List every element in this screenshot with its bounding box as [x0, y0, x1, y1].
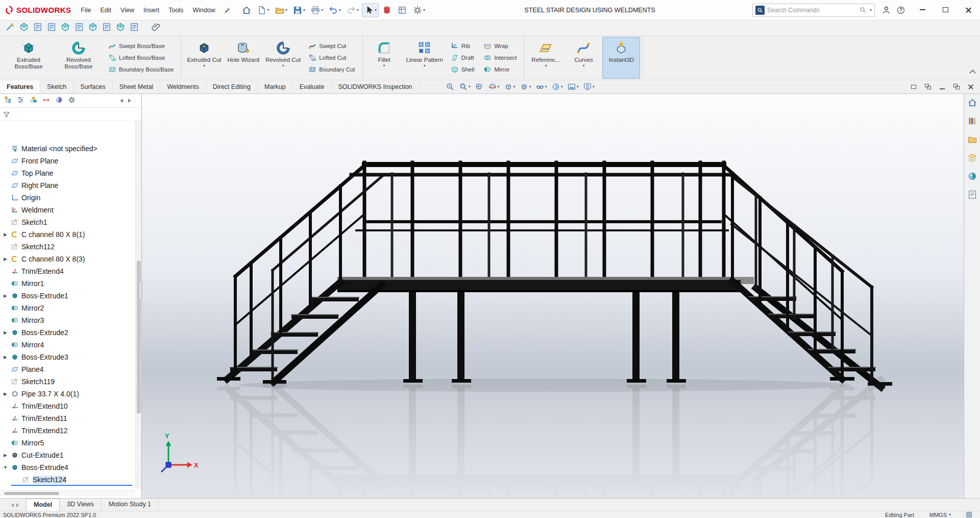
- tab-sheet-metal[interactable]: Sheet Metal: [113, 80, 161, 93]
- swept-boss-base-button[interactable]: Swept Boss/Base: [105, 40, 177, 52]
- section-view-button[interactable]: ▾: [486, 81, 501, 92]
- home-button[interactable]: [239, 3, 254, 17]
- new-document-button[interactable]: ▾: [255, 3, 272, 17]
- doc-minimize-button[interactable]: [937, 82, 947, 92]
- view-cube-2-button[interactable]: [45, 21, 58, 35]
- menu-file[interactable]: File: [76, 0, 95, 20]
- pin-menu-icon[interactable]: [223, 6, 231, 14]
- tree-item-boss-extrude1[interactable]: ▶Boss-Extrude1: [0, 290, 135, 302]
- tree-tab-cam[interactable]: [66, 95, 78, 107]
- tree-tab-dimxpertmanager[interactable]: [40, 95, 52, 107]
- dropdown-caret-icon[interactable]: ▾: [545, 85, 547, 89]
- close-button[interactable]: [957, 0, 980, 20]
- swept-cut-button[interactable]: Swept Cut: [305, 40, 358, 52]
- linear-pattern-button[interactable]: Linear Pattern▾: [403, 37, 446, 79]
- solidworks-resources-button[interactable]: [966, 97, 978, 110]
- revolved-boss-base-button[interactable]: Revolved Boss/Base: [54, 37, 104, 79]
- appearances-scenes-button[interactable]: [966, 170, 978, 184]
- draft-button[interactable]: Draft: [448, 52, 478, 63]
- tree-tab-propertymanager[interactable]: [15, 95, 27, 107]
- tree-tab-featuremanager[interactable]: [2, 95, 14, 107]
- tab-features[interactable]: Features: [0, 80, 40, 93]
- referenc-button[interactable]: Referenc...▾: [527, 37, 565, 79]
- menu-edit[interactable]: Edit: [96, 0, 116, 20]
- dropdown-caret-icon[interactable]: ▾: [267, 8, 270, 12]
- wrap-button[interactable]: Wrap: [480, 40, 520, 52]
- expand-arrow-icon[interactable]: ▶: [3, 330, 8, 335]
- menu-insert[interactable]: Insert: [139, 0, 164, 20]
- attach-clip-button[interactable]: [150, 21, 162, 35]
- boundary-cut-button[interactable]: Boundary Cut: [305, 64, 358, 75]
- dropdown-caret-icon[interactable]: ▾: [285, 8, 287, 12]
- zoom-to-area-button[interactable]: ▾: [457, 81, 472, 92]
- tree-item-front-plane[interactable]: Front Plane: [0, 155, 135, 167]
- doc-new-window-button[interactable]: [909, 82, 919, 92]
- help-button[interactable]: [895, 4, 907, 16]
- hide-show-items-button[interactable]: ▾: [534, 81, 549, 92]
- select-button[interactable]: ▾: [362, 3, 379, 17]
- dropdown-caret-icon[interactable]: ▾: [423, 8, 425, 12]
- status-tag-icon[interactable]: [966, 512, 972, 517]
- tab-scroll-right-icon[interactable]: [16, 503, 19, 507]
- bottom-tab-3d-views[interactable]: 3D Views: [60, 499, 102, 511]
- display-style-button[interactable]: ▾: [518, 81, 533, 92]
- view-palette-button[interactable]: [966, 152, 978, 166]
- search-scope-icon[interactable]: [755, 6, 765, 15]
- tree-item-trim-extend11[interactable]: Trim/Extend11: [0, 412, 135, 425]
- dropdown-caret-icon[interactable]: ▾: [469, 85, 471, 89]
- tree-item-origin[interactable]: Origin: [0, 192, 135, 204]
- tree-filter-row[interactable]: [0, 108, 141, 121]
- tree-tabs-scroll-right-icon[interactable]: [128, 99, 131, 103]
- tab-direct-editing[interactable]: Direct Editing: [206, 80, 258, 93]
- tree-horizontal-scrollbar-thumb[interactable]: [4, 492, 59, 495]
- expand-arrow-icon[interactable]: ▶: [3, 232, 8, 237]
- mirror-button[interactable]: Mirror: [480, 64, 520, 75]
- user-account-button[interactable]: [880, 4, 893, 16]
- tab-solidworks-inspection[interactable]: SOLIDWORKS Inspection: [331, 80, 419, 93]
- rib-button[interactable]: Rib: [448, 40, 478, 52]
- tree-item-boss-extrude3[interactable]: ▶Boss-Extrude3: [0, 351, 135, 363]
- file-explorer-button[interactable]: [966, 133, 978, 147]
- search-icon[interactable]: [859, 6, 867, 14]
- graphics-area[interactable]: Y X: [142, 94, 964, 498]
- view-cube-4-button[interactable]: [101, 21, 113, 35]
- tree-item-plane4[interactable]: Plane4: [0, 363, 135, 375]
- expand-arrow-icon[interactable]: ▶: [3, 355, 8, 360]
- tab-surfaces[interactable]: Surfaces: [74, 80, 112, 93]
- macro-record-button[interactable]: [380, 3, 394, 17]
- tree-scrollbar[interactable]: [135, 121, 141, 489]
- dropdown-caret-icon[interactable]: ▾: [561, 85, 563, 89]
- hole-wizard-button[interactable]: Hole Wizard: [225, 37, 263, 79]
- view-settings-button[interactable]: ▾: [581, 81, 596, 92]
- intersect-button[interactable]: Intersect: [480, 52, 520, 63]
- view-sheet-1-button[interactable]: [32, 21, 44, 35]
- lofted-boss-base-button[interactable]: Lofted Boss/Base: [105, 52, 177, 63]
- dropdown-caret-icon[interactable]: ▾: [303, 8, 305, 12]
- tab-evaluate[interactable]: Evaluate: [293, 80, 332, 93]
- tree-item-trim-extend10[interactable]: Trim/Extend10: [0, 400, 135, 412]
- tree-item-trim-extend4[interactable]: Trim/Extend4: [0, 265, 135, 277]
- view-cube-3-button[interactable]: [73, 21, 85, 35]
- tree-item-c-channel-80-x-8-3[interactable]: ▶C channel 80 X 8(3): [0, 253, 135, 265]
- tree-item-mirror1[interactable]: Mirror1: [0, 277, 135, 290]
- dropdown-caret-icon[interactable]: ▾: [513, 85, 516, 89]
- custom-properties-button[interactable]: [966, 189, 978, 202]
- tree-item-weldment[interactable]: Weldment: [0, 204, 135, 216]
- zoom-to-fit-button[interactable]: [444, 81, 456, 92]
- search-dropdown-caret-icon[interactable]: ▾: [870, 8, 872, 12]
- expand-arrow-icon[interactable]: ▶: [3, 391, 8, 396]
- tree-item-top-plane[interactable]: Top Plane: [0, 167, 135, 179]
- doc-restore-button[interactable]: [951, 82, 962, 92]
- tree-item-cut-extrude1[interactable]: ▶Cut-Extrude1: [0, 449, 135, 461]
- options-button[interactable]: ▾: [410, 3, 427, 17]
- units-selector[interactable]: MMGS ▾: [929, 512, 951, 518]
- dropdown-caret-icon[interactable]: ▾: [498, 85, 500, 89]
- apply-scene-button[interactable]: ▾: [566, 81, 580, 92]
- undo-button[interactable]: ▾: [326, 3, 343, 17]
- view-sheet-3-button[interactable]: [87, 21, 99, 35]
- tree-item-boss-extrude4[interactable]: ▼Boss-Extrude4: [0, 461, 135, 474]
- tree-item-material-not-specified[interactable]: Material <not specified>: [0, 143, 135, 155]
- view-cube-5-button[interactable]: [128, 21, 140, 35]
- tree-item-trim-extend12[interactable]: Trim/Extend12: [0, 425, 135, 437]
- dropdown-caret-icon[interactable]: ▾: [357, 8, 359, 12]
